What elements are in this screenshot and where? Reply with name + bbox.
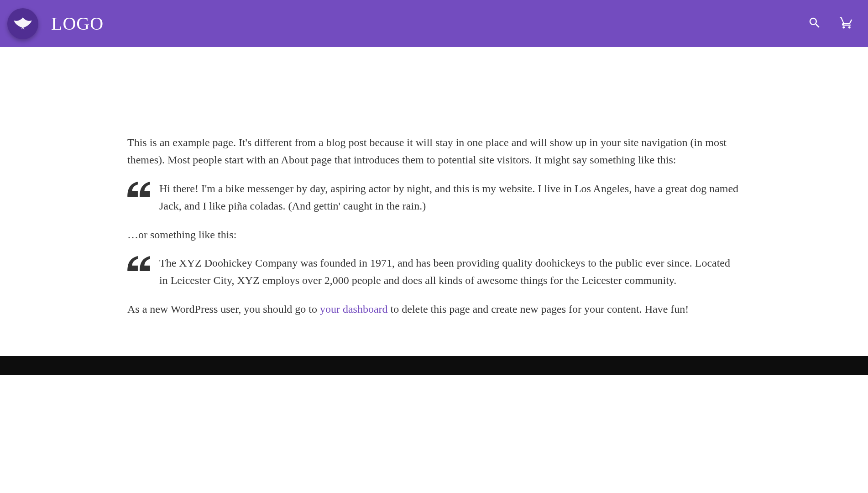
cart-icon bbox=[840, 16, 853, 31]
quote-block-1: Hi there! I'm a bike messenger by day, a… bbox=[127, 180, 741, 215]
quote-text-2: The XYZ Doohickey Company was founded in… bbox=[159, 257, 730, 286]
logo-bubble[interactable] bbox=[7, 8, 38, 39]
closing-after: to delete this page and create new pages… bbox=[388, 303, 689, 315]
closing-paragraph: As a new WordPress user, you should go t… bbox=[127, 300, 741, 318]
footer-band bbox=[0, 356, 868, 375]
cart-button[interactable] bbox=[838, 14, 855, 33]
bird-icon bbox=[13, 13, 32, 34]
header-actions bbox=[806, 14, 855, 33]
search-button[interactable] bbox=[806, 14, 823, 33]
logo-text[interactable]: LOGO bbox=[51, 13, 104, 34]
quote-text-1: Hi there! I'm a bike messenger by day, a… bbox=[159, 183, 738, 212]
brand[interactable]: LOGO bbox=[7, 8, 104, 39]
intro-paragraph: This is an example page. It's different … bbox=[127, 134, 741, 169]
search-icon bbox=[808, 16, 821, 31]
closing-before: As a new WordPress user, you should go t… bbox=[127, 303, 320, 315]
dashboard-link[interactable]: your dashboard bbox=[320, 303, 388, 315]
page-content: This is an example page. It's different … bbox=[127, 47, 741, 356]
quote-block-2: The XYZ Doohickey Company was founded in… bbox=[127, 254, 741, 289]
site-header: LOGO bbox=[0, 0, 868, 47]
middle-paragraph: …or something like this: bbox=[127, 226, 741, 243]
